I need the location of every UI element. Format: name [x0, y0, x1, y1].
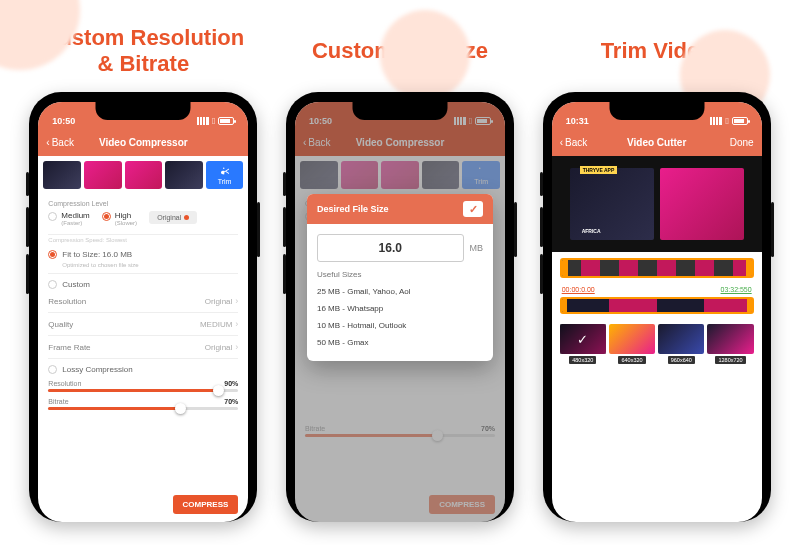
video-overlay-tag: THRYVE APP	[580, 166, 618, 174]
screen-video-cutter: 10:31 􀙇 ‹Back Video Cutter Done THRYVE A…	[552, 102, 762, 522]
resolution-slider[interactable]: Resolution90%	[38, 377, 248, 395]
fit-sub: Optimized to chosen file size	[38, 262, 248, 271]
slider-thumb[interactable]	[175, 403, 186, 414]
size-input-row: 16.0 MB	[317, 234, 483, 262]
notch	[353, 102, 448, 120]
battery-icon	[218, 117, 234, 125]
radio-icon	[102, 212, 111, 221]
scissors-icon	[219, 165, 231, 177]
compression-level-section: Compression Level Medium(Faster) High(Sl…	[38, 194, 248, 232]
size-unit: MB	[470, 243, 484, 253]
chevron-left-icon: ‹	[560, 137, 563, 148]
confirm-button[interactable]: ✓	[463, 201, 483, 217]
compress-button[interactable]: COMPRESS	[173, 495, 239, 514]
compression-original-option[interactable]: Original	[149, 211, 197, 224]
size-input[interactable]: 16.0	[317, 234, 464, 262]
chevron-left-icon: ‹	[46, 137, 49, 148]
wifi-icon: 􀙇	[212, 116, 215, 126]
bitrate-slider[interactable]: Bitrate70%	[38, 395, 248, 413]
status-time: 10:31	[566, 116, 589, 126]
panel-resolution-bitrate: Custom Resolution & Bitrate 10:50 􀙇 ‹Bac…	[24, 20, 263, 525]
modal-header: Desired File Size ✓	[307, 194, 493, 224]
radio-icon	[48, 212, 57, 221]
back-button[interactable]: ‹Back	[46, 137, 74, 148]
radio-icon	[48, 365, 57, 374]
done-button[interactable]: Done	[730, 137, 754, 148]
video-overlay-text: AFRICA	[582, 228, 601, 234]
radio-icon	[48, 280, 57, 289]
compression-high-option[interactable]: High(Slower)	[102, 211, 137, 226]
custom-option[interactable]: Custom	[38, 276, 248, 292]
status-icons: 􀙇	[197, 116, 234, 126]
resolution-option[interactable]: 640x320	[609, 324, 655, 364]
back-button[interactable]: ‹Back	[560, 137, 588, 148]
phone-frame: 10:50 􀙇 ‹Back Video Compressor	[29, 92, 257, 522]
notch	[609, 102, 704, 120]
video-thumb[interactable]	[84, 161, 122, 189]
trim-handle-right[interactable]	[747, 297, 754, 314]
bg-blob	[380, 10, 470, 100]
trim-timeline[interactable]	[552, 252, 762, 284]
screen-compressor-modal: 10:50 􀙇 ‹Back Video Compressor Trim Comp…	[295, 102, 505, 522]
signal-icon	[197, 117, 209, 125]
modal-title: Desired File Size	[317, 204, 389, 214]
trim-end-time[interactable]: 03:32:550	[721, 286, 752, 293]
phone-frame: 10:31 􀙇 ‹Back Video Cutter Done THRYVE A…	[543, 92, 771, 522]
battery-icon	[732, 117, 748, 125]
dot-icon	[184, 215, 189, 220]
resolution-row[interactable]: Resolution Original›	[38, 292, 248, 310]
lossy-option[interactable]: Lossy Compression	[38, 361, 248, 377]
video-thumb[interactable]	[43, 161, 81, 189]
quality-row[interactable]: Quality MEDIUM›	[38, 315, 248, 333]
framerate-row[interactable]: Frame Rate Original›	[38, 338, 248, 356]
file-size-modal: Desired File Size ✓ 16.0 MB Useful Sizes…	[307, 194, 493, 361]
trim-start-time[interactable]: 00:00:0.00	[562, 286, 595, 293]
screen-compressor: 10:50 􀙇 ‹Back Video Compressor	[38, 102, 248, 522]
useful-sizes-label: Useful Sizes	[317, 270, 483, 279]
secondary-timeline[interactable]	[560, 297, 754, 314]
trim-button[interactable]: Trim	[206, 161, 244, 189]
section-label: Compression Level	[48, 200, 238, 207]
notch	[96, 102, 191, 120]
nav-bar: ‹Back Video Compressor	[38, 128, 248, 156]
video-thumb[interactable]	[165, 161, 203, 189]
useful-size-item[interactable]: 25 MB - Gmail, Yahoo, Aol	[317, 283, 483, 300]
fit-to-size-option[interactable]: Fit to Size: 16.0 MB	[38, 246, 248, 262]
trim-handle-left[interactable]	[560, 297, 567, 314]
time-labels: 00:00:0.00 03:32:550	[552, 284, 762, 295]
video-preview[interactable]: THRYVE APP AFRICA	[552, 156, 762, 252]
video-thumb-row: Trim	[38, 156, 248, 194]
compression-medium-option[interactable]: Medium(Faster)	[48, 211, 89, 226]
speed-note: Compression Speed: Slowest	[38, 237, 248, 246]
chevron-right-icon: ›	[235, 296, 238, 306]
status-time: 10:50	[52, 116, 75, 126]
resolution-option[interactable]: 1280x720	[707, 324, 753, 364]
check-icon: ✓	[469, 203, 478, 216]
trim-handle-left[interactable]	[560, 258, 568, 278]
useful-size-item[interactable]: 16 MB - Whatsapp	[317, 300, 483, 317]
resolution-option[interactable]: 480x320	[560, 324, 606, 364]
chevron-right-icon: ›	[235, 319, 238, 329]
useful-size-item[interactable]: 50 MB - Gmax	[317, 334, 483, 351]
panel-trim-video: Trim Video 10:31 􀙇 ‹Back Video Cutter Do…	[537, 20, 776, 525]
trim-handle-right[interactable]	[746, 258, 754, 278]
chevron-right-icon: ›	[235, 342, 238, 352]
signal-icon	[710, 117, 722, 125]
wifi-icon: 􀙇	[725, 116, 728, 126]
panel-file-size: Custom File Size 10:50 􀙇 ‹Back Video Com…	[281, 20, 520, 525]
radio-icon	[48, 250, 57, 259]
resolution-options: 480x320 640x320 960x640 1280x720	[552, 320, 762, 368]
resolution-option[interactable]: 960x640	[658, 324, 704, 364]
useful-size-item[interactable]: 10 MB - Hotmail, Outlook	[317, 317, 483, 334]
nav-bar: ‹Back Video Cutter Done	[552, 128, 762, 156]
phone-frame: 10:50 􀙇 ‹Back Video Compressor Trim Comp…	[286, 92, 514, 522]
video-thumb[interactable]	[125, 161, 163, 189]
